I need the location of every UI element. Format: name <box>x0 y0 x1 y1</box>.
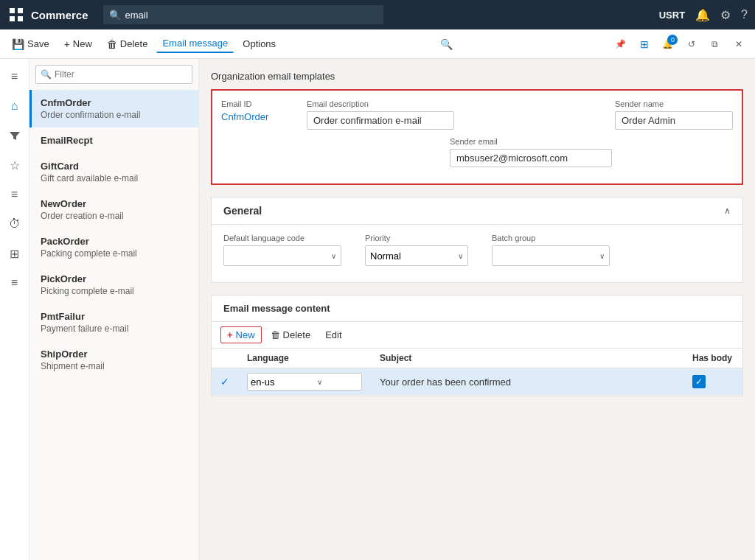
options-tab[interactable]: Options <box>237 35 282 52</box>
filter-input-wrap[interactable]: 🔍 <box>35 65 192 84</box>
email-message-tab[interactable]: Email message <box>156 35 234 53</box>
email-id-value[interactable]: CnfmOrder <box>221 111 295 122</box>
list-item-title: ShipOrder <box>41 349 189 360</box>
lang-input-wrap[interactable]: ∨ <box>247 373 362 391</box>
list-item-title: PickOrder <box>41 273 189 284</box>
refresh-button[interactable]: ↺ <box>681 34 702 55</box>
sidebar-filter-icon[interactable] <box>3 124 27 147</box>
plus-icon: + <box>64 38 70 50</box>
list-item-subtitle: Payment failure e-mail <box>41 323 189 334</box>
email-desc-field: Email description <box>307 99 603 130</box>
form-row-1: Email ID CnfmOrder Email description Sen… <box>221 99 733 130</box>
general-section: General ∧ Default language code ∨ <box>211 197 743 283</box>
email-content-section: Email message content + New 🗑 Delete Edi… <box>211 295 743 396</box>
default-lang-field: Default language code ∨ <box>223 234 341 266</box>
delete-button[interactable]: 🗑 Delete <box>101 35 154 53</box>
content-delete-icon: 🗑 <box>271 329 280 340</box>
table-wrap: Language Subject Has body ✓ <box>212 349 742 396</box>
general-body: Default language code ∨ Priority No <box>212 225 742 282</box>
list-item-subtitle: Order creation e-mail <box>41 211 189 221</box>
bell-icon[interactable]: 🔔 <box>695 8 710 22</box>
default-lang-select[interactable] <box>229 251 331 262</box>
default-lang-label: Default language code <box>223 234 341 242</box>
list-item[interactable]: ShipOrder Shipment e-mail <box>29 341 198 379</box>
filter-input[interactable] <box>55 69 187 80</box>
lang-input[interactable] <box>251 377 317 388</box>
batch-chevron-icon: ∨ <box>599 252 605 260</box>
notification-button[interactable]: 🔔 0 <box>658 34 678 55</box>
has-body-checkbox: ✓ <box>692 375 706 388</box>
row-subject: Your order has been confirmed <box>371 368 683 396</box>
content-delete-button[interactable]: 🗑 Delete <box>265 327 317 343</box>
org-template-box: Email ID CnfmOrder Email description Sen… <box>211 89 743 185</box>
toolbar: 💾 Save + New 🗑 Delete Email message Opti… <box>0 29 755 59</box>
save-icon: 💾 <box>12 38 24 50</box>
sidebar-star-icon[interactable]: ☆ <box>3 153 27 177</box>
gear-icon[interactable]: ⚙ <box>720 8 731 22</box>
default-lang-dropdown[interactable]: ∨ <box>223 245 341 266</box>
restore-button[interactable]: ⧉ <box>705 34 726 55</box>
close-button[interactable]: ✕ <box>728 34 749 55</box>
list-item-subtitle: Gift card available e-mail <box>41 173 189 183</box>
sidebar-extra-icon[interactable]: ≡ <box>3 271 27 295</box>
batch-group-select[interactable] <box>497 251 599 262</box>
microsoft-icon[interactable]: ⊞ <box>634 34 655 55</box>
sender-email-label: Sender email <box>450 137 612 146</box>
sender-email-input[interactable] <box>450 149 612 167</box>
svg-rect-1 <box>18 8 23 13</box>
global-search-input[interactable] <box>125 10 378 21</box>
content-new-button[interactable]: + New <box>220 326 262 343</box>
list-item-title: NewOrder <box>41 198 189 209</box>
top-nav: Commerce 🔍 USRT 🔔 ⚙ ? <box>0 0 755 29</box>
toolbar-search-icon[interactable]: 🔍 <box>440 38 453 50</box>
th-check <box>212 349 238 368</box>
email-desc-label: Email description <box>307 99 603 108</box>
delete-icon: 🗑 <box>107 38 117 50</box>
row-language[interactable]: ∨ <box>238 368 371 396</box>
pin-button[interactable]: 📌 <box>610 34 631 55</box>
save-button[interactable]: 💾 Save <box>6 35 55 53</box>
list-item[interactable]: CnfmOrder Order confirmation e-mail <box>29 90 198 127</box>
sidebar-menu-icon[interactable]: ≡ <box>3 65 27 88</box>
content-edit-button[interactable]: Edit <box>319 327 347 343</box>
list-item[interactable]: PmtFailur Payment failure e-mail <box>29 304 198 341</box>
general-header[interactable]: General ∧ <box>212 197 742 225</box>
email-desc-input[interactable] <box>307 111 454 130</box>
user-label: USRT <box>659 10 685 21</box>
list-item[interactable]: NewOrder Order creation e-mail <box>29 191 198 228</box>
sidebar-icons: ≡ ⌂ ☆ ≡ ⏱ ⊞ ≡ <box>0 59 29 560</box>
priority-label: Priority <box>365 234 468 242</box>
sender-email-field: Sender email <box>450 137 612 167</box>
sender-name-input[interactable] <box>615 111 733 130</box>
list-item[interactable]: GiftCard Gift card available e-mail <box>29 153 198 191</box>
priority-field: Priority Normal High Low ∨ <box>365 234 468 266</box>
app-grid-icon[interactable] <box>7 6 25 24</box>
general-collapse-icon[interactable]: ∧ <box>724 206 731 216</box>
batch-group-dropdown[interactable]: ∨ <box>492 245 610 266</box>
list-item-title: PackOrder <box>41 236 189 247</box>
lang-dropdown-icon[interactable]: ∨ <box>317 378 322 386</box>
list-item-title: CnfmOrder <box>41 97 189 108</box>
table-row[interactable]: ✓ ∨ Your order has been confirmed ✓ <box>212 368 742 396</box>
sidebar-home-icon[interactable]: ⌂ <box>3 94 27 118</box>
list-filter: 🔍 <box>29 59 198 90</box>
list-item[interactable]: PackOrder Packing complete e-mail <box>29 228 198 266</box>
new-button[interactable]: + New <box>58 35 98 53</box>
list-item[interactable]: PickOrder Picking complete e-mail <box>29 266 198 304</box>
svg-rect-3 <box>18 16 23 21</box>
list-item-title: GiftCard <box>41 161 189 172</box>
sidebar-table-icon[interactable]: ⊞ <box>3 242 27 265</box>
priority-dropdown[interactable]: Normal High Low ∨ <box>365 245 468 266</box>
list-item[interactable]: EmailRecpt <box>29 127 198 153</box>
email-content-toolbar: + New 🗑 Delete Edit <box>212 322 742 349</box>
priority-select[interactable]: Normal High Low <box>370 251 458 262</box>
email-id-field: Email ID CnfmOrder <box>221 99 295 122</box>
global-search-box[interactable]: 🔍 <box>103 5 383 24</box>
general-title: General <box>223 205 262 217</box>
check-icon: ✓ <box>695 377 703 387</box>
lang-chevron-icon: ∨ <box>331 252 336 260</box>
sidebar-clock-icon[interactable]: ⏱ <box>3 212 27 236</box>
sidebar-list-icon[interactable]: ≡ <box>3 183 27 206</box>
batch-group-field: Batch group ∨ <box>492 234 610 266</box>
help-icon[interactable]: ? <box>741 8 748 21</box>
